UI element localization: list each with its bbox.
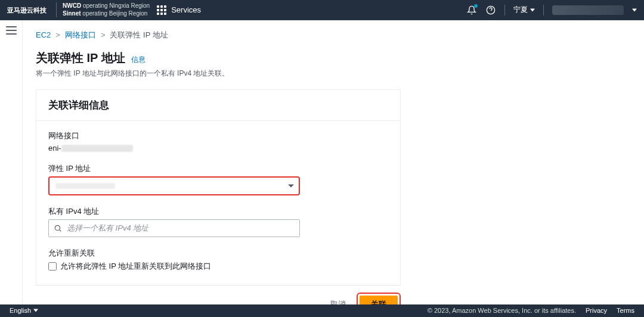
services-label: Services xyxy=(171,5,201,14)
main-row: EC2 > 网络接口 > 关联弹性 IP 地址 关联弹性 IP 地址 信息 将一… xyxy=(0,20,644,304)
top-nav: 亚马逊云科技 NWCD operating Ningxia Region Sin… xyxy=(0,0,644,20)
breadcrumb-current: 关联弹性 IP 地址 xyxy=(110,30,168,41)
breadcrumb: EC2 > 网络接口 > 关联弹性 IP 地址 xyxy=(36,30,631,41)
panel-body: 网络接口 eni- 弹性 IP 地址 私有 IPv4 地址 xyxy=(36,121,400,285)
page-title: 关联弹性 IP 地址 xyxy=(36,50,125,66)
terms-link[interactable]: Terms xyxy=(617,307,634,314)
svg-point-2 xyxy=(55,225,60,230)
page-header: 关联弹性 IP 地址 信息 xyxy=(36,50,631,66)
notifications-icon[interactable] xyxy=(466,5,477,15)
pip-input[interactable] xyxy=(67,223,293,232)
hamburger-icon[interactable] xyxy=(6,26,17,35)
search-icon xyxy=(54,224,62,232)
nav-separator xyxy=(543,5,544,15)
account-menu[interactable] xyxy=(552,5,624,15)
field-private-ipv4: 私有 IPv4 地址 xyxy=(48,206,388,237)
top-nav-right: 宁夏 xyxy=(466,5,637,15)
copyright-text: © 2023, Amazon Web Services, Inc. or its… xyxy=(428,307,576,314)
help-icon[interactable] xyxy=(485,5,496,15)
cancel-button[interactable]: 取消 xyxy=(324,293,352,304)
services-menu[interactable]: Services xyxy=(157,5,201,15)
region-label: 宁夏 xyxy=(513,5,528,15)
side-collapse-col xyxy=(0,20,23,304)
eip-label: 弹性 IP 地址 xyxy=(48,163,388,174)
breadcrumb-sep: > xyxy=(101,30,106,39)
language-label: English xyxy=(10,307,31,314)
brand-operators: NWCD operating Ningxia Region Sinnet ope… xyxy=(56,2,150,17)
pip-input-wrap[interactable] xyxy=(48,219,300,237)
field-allow-reassociation: 允许重新关联 允许将此弹性 IP 地址重新关联到此网络接口 xyxy=(48,248,388,272)
page-content: EC2 > 网络接口 > 关联弹性 IP 地址 关联弹性 IP 地址 信息 将一… xyxy=(23,20,644,304)
associate-highlight: 关联 xyxy=(357,293,401,304)
brand-cn-text: 亚马逊云科技 xyxy=(7,7,47,14)
chevron-down-icon xyxy=(632,8,637,13)
chevron-down-icon xyxy=(33,308,38,313)
chevron-down-icon xyxy=(530,8,535,13)
panel-heading: 关联详细信息 xyxy=(36,90,400,121)
privacy-link[interactable]: Privacy xyxy=(586,307,607,314)
nav-separator xyxy=(504,5,505,15)
page-subtitle: 将一个弹性 IP 地址与此网络接口的一个私有 IPv4 地址关联。 xyxy=(36,69,631,79)
pip-label: 私有 IPv4 地址 xyxy=(48,206,388,217)
ni-label: 网络接口 xyxy=(48,130,388,141)
eip-select[interactable] xyxy=(48,176,300,195)
region-selector[interactable]: 宁夏 xyxy=(513,5,535,15)
notification-dot-icon xyxy=(474,4,478,8)
info-link[interactable]: 信息 xyxy=(131,55,145,65)
services-grid-icon xyxy=(157,5,166,15)
associate-button[interactable]: 关联 xyxy=(360,296,398,304)
breadcrumb-ec2[interactable]: EC2 xyxy=(36,30,51,39)
reassoc-label: 允许重新关联 xyxy=(48,248,388,259)
brand-logo: 亚马逊云科技 xyxy=(7,7,47,14)
redacted-selected-value xyxy=(55,183,115,189)
language-selector[interactable]: English xyxy=(10,307,38,314)
reassoc-checkbox-row[interactable]: 允许将此弹性 IP 地址重新关联到此网络接口 xyxy=(48,261,388,272)
reassoc-cb-label: 允许将此弹性 IP 地址重新关联到此网络接口 xyxy=(60,261,211,272)
chevron-down-icon xyxy=(288,184,294,187)
footer: English © 2023, Amazon Web Services, Inc… xyxy=(0,304,644,317)
breadcrumb-sep: > xyxy=(55,30,60,39)
field-elastic-ip: 弹性 IP 地址 xyxy=(48,163,388,195)
breadcrumb-interfaces[interactable]: 网络接口 xyxy=(65,30,96,41)
action-row: 取消 关联 xyxy=(36,285,401,304)
redacted-value xyxy=(61,145,133,152)
svg-line-3 xyxy=(60,229,61,231)
field-network-interface: 网络接口 eni- xyxy=(48,130,388,153)
details-panel: 关联详细信息 网络接口 eni- 弹性 IP 地址 私有 IPv4 xyxy=(36,89,401,285)
reassoc-checkbox[interactable] xyxy=(48,262,57,271)
ni-value: eni- xyxy=(48,144,388,153)
